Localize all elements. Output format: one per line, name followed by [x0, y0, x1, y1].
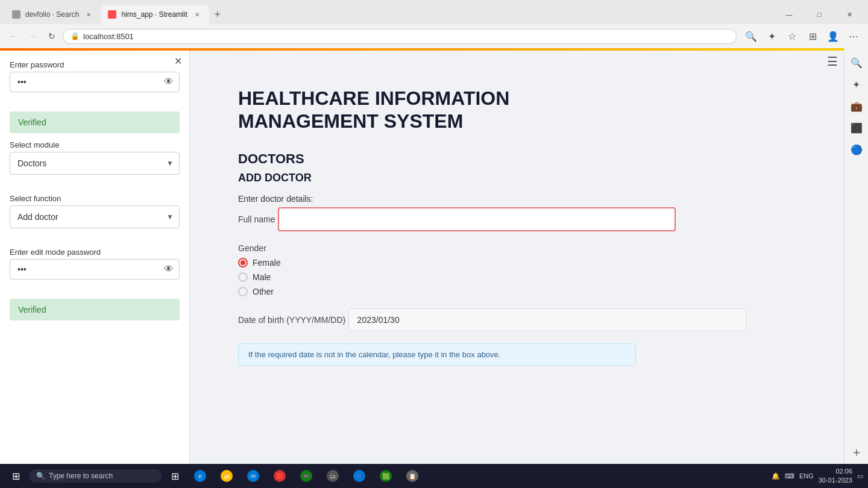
form-intro-label: Enter doctor details: — [238, 194, 796, 204]
function-section: Select function Add doctor View doctors … — [10, 194, 180, 228]
taskbar-app-edge[interactable]: e — [188, 465, 212, 487]
section-title: DOCTORS — [238, 151, 796, 167]
taskbar-app-red[interactable]: 🟥 — [268, 465, 292, 487]
right-add-icon[interactable]: ＋ — [847, 442, 866, 461]
taskbar-app-green[interactable]: 🟩 — [374, 465, 398, 487]
gender-label: Gender — [238, 243, 796, 253]
taskbar-date: 30-01-2023 — [819, 476, 852, 485]
module-select[interactable]: Doctors Patients Appointments Staff — [10, 152, 180, 175]
module-section: Select module Doctors Patients Appointme… — [10, 140, 180, 175]
function-select[interactable]: Add doctor View doctors Edit doctor Dele… — [10, 205, 180, 228]
taskbar-show-desktop-icon[interactable]: ▭ — [857, 472, 863, 480]
verified-badge: Verified — [10, 111, 180, 133]
main-content: HEALTHCARE INFORMATION MANAGEMENT SYSTEM… — [190, 51, 844, 464]
tab1-close-btn[interactable]: ✕ — [84, 10, 93, 19]
maximize-button[interactable]: □ — [805, 5, 833, 24]
left-sidebar: ✕ Enter password 👁 Verified Select modul… — [0, 51, 190, 464]
right-briefcase-icon[interactable]: 💼 — [847, 96, 866, 116]
taskbar-app-files[interactable]: 📁 — [215, 465, 239, 487]
sub-section-title: ADD DOCTOR — [238, 172, 796, 184]
gender-options: Female Male Other — [238, 258, 796, 296]
dob-input[interactable] — [348, 308, 746, 331]
close-button[interactable]: ✕ — [835, 5, 863, 24]
eye-toggle-icon[interactable]: 👁 — [164, 77, 174, 87]
minimize-button[interactable]: — — [775, 5, 803, 24]
right-sidebar-panel: 🔍 ✦ 💼 ⬛ 🔵 ＋ ⚙ — [844, 48, 868, 488]
form-section: Enter doctor details: Full name Gender F… — [238, 194, 796, 366]
address-bar-row: ← → ↻ 🔒 localhost:8501 🔍 ✦ ☆ ⊞ 👤 ⋯ — [0, 24, 868, 48]
toolbar-icons: 🔍 ✦ ☆ ⊞ 👤 ⋯ — [741, 27, 863, 46]
taskbar-time-date: 02:06 30-01-2023 — [819, 467, 852, 486]
gender-field: Gender Female Male Other — [238, 243, 796, 296]
favorites-icon[interactable]: ☆ — [782, 27, 802, 46]
right-star-icon[interactable]: ✦ — [847, 75, 866, 94]
taskbar-app-clipboard[interactable]: 📋 — [400, 465, 424, 487]
browser-tab-2[interactable]: hims_app · Streamlit ✕ — [101, 5, 209, 24]
start-button[interactable]: ⊞ — [5, 465, 27, 487]
full-name-field: Full name — [238, 207, 796, 231]
taskbar-app-files2[interactable]: 🗂 — [321, 465, 345, 487]
app-blue-icon: 💙 — [353, 470, 365, 482]
password-input-wrap: 👁 — [10, 72, 180, 92]
right-outlook-icon[interactable]: 🔵 — [847, 140, 866, 159]
gender-female-option[interactable]: Female — [238, 258, 796, 267]
tab2-title: hims_app · Streamlit — [121, 10, 187, 19]
tab-bar: devfolio · Search ✕ hims_app · Streamlit… — [0, 0, 868, 24]
taskbar-search-icon: 🔍 — [36, 472, 45, 480]
new-tab-button[interactable]: + — [209, 6, 226, 23]
taskbar-search[interactable]: 🔍 Type here to search — [29, 469, 162, 483]
streamlit-menu-icon[interactable]: ☰ — [827, 54, 838, 69]
back-button[interactable]: ← — [5, 28, 22, 45]
function-select-wrap: Add doctor View doctors Edit doctor Dele… — [10, 205, 180, 228]
full-name-label: Full name — [238, 214, 275, 224]
game-icon: 🎮 — [300, 470, 312, 482]
right-search-icon[interactable]: 🔍 — [847, 53, 866, 72]
taskbar: ⊞ 🔍 Type here to search ⊞ e 📁 ✉ 🟥 🎮 🗂 💙 … — [0, 464, 868, 488]
taskbar-notification-icon[interactable]: 🔔 — [772, 472, 780, 480]
edit-eye-toggle-icon[interactable]: 👁 — [164, 264, 174, 275]
gender-female-radio[interactable] — [238, 258, 248, 267]
function-label: Select function — [10, 194, 180, 203]
edit-verified-badge: Verified — [10, 299, 180, 321]
file-explorer-icon: 📁 — [221, 470, 233, 482]
page-title: HEALTHCARE INFORMATION MANAGEMENT SYSTEM — [238, 87, 796, 133]
password-input[interactable] — [10, 72, 180, 92]
tab1-title: devfolio · Search — [25, 10, 79, 19]
tab2-close-btn[interactable]: ✕ — [192, 10, 202, 19]
mail-icon: ✉ — [247, 470, 259, 482]
sidebar-close-button[interactable]: ✕ — [174, 55, 182, 67]
edit-password-wrap: 👁 — [10, 259, 180, 280]
edit-password-input[interactable] — [10, 259, 180, 280]
gender-other-option[interactable]: Other — [238, 287, 796, 296]
module-label: Select module — [10, 140, 180, 149]
taskbar-search-text: Type here to search — [49, 472, 113, 480]
gender-male-radio[interactable] — [238, 272, 248, 282]
edge-icon: e — [194, 470, 206, 482]
orange-accent-bar — [0, 48, 844, 51]
taskbar-app-blue[interactable]: 💙 — [347, 465, 371, 487]
right-office-icon[interactable]: ⬛ — [847, 118, 866, 137]
address-bar[interactable]: 🔒 localhost:8501 — [63, 29, 737, 44]
edit-password-label: Enter edit mode password — [10, 248, 180, 257]
task-view-button[interactable]: ⊞ — [164, 465, 186, 487]
taskbar-lang: ENG — [799, 472, 814, 480]
gender-male-option[interactable]: Male — [238, 272, 796, 282]
search-icon[interactable]: 🔍 — [741, 27, 761, 46]
browser-tab-1[interactable]: devfolio · Search ✕ — [5, 5, 101, 24]
full-name-input[interactable] — [278, 207, 676, 231]
more-icon[interactable]: ⋯ — [844, 27, 863, 46]
refresh-button[interactable]: ↻ — [43, 28, 60, 45]
taskbar-app-game[interactable]: 🎮 — [294, 465, 318, 487]
app-clipboard-icon: 📋 — [406, 470, 418, 482]
gender-female-label: Female — [253, 258, 281, 267]
tab2-favicon — [108, 10, 116, 19]
star-icon[interactable]: ✦ — [762, 27, 781, 46]
taskbar-app-mail[interactable]: ✉ — [241, 465, 265, 487]
dob-label: Date of birth (YYYY/MM/DD) — [238, 315, 345, 325]
taskbar-keyboard-icon[interactable]: ⌨ — [785, 472, 794, 480]
gender-other-radio[interactable] — [238, 287, 248, 296]
forward-button[interactable]: → — [24, 28, 41, 45]
collections-icon[interactable]: ⊞ — [803, 27, 822, 46]
profile-icon[interactable]: 👤 — [823, 27, 843, 46]
taskbar-time: 02:06 — [819, 467, 852, 476]
